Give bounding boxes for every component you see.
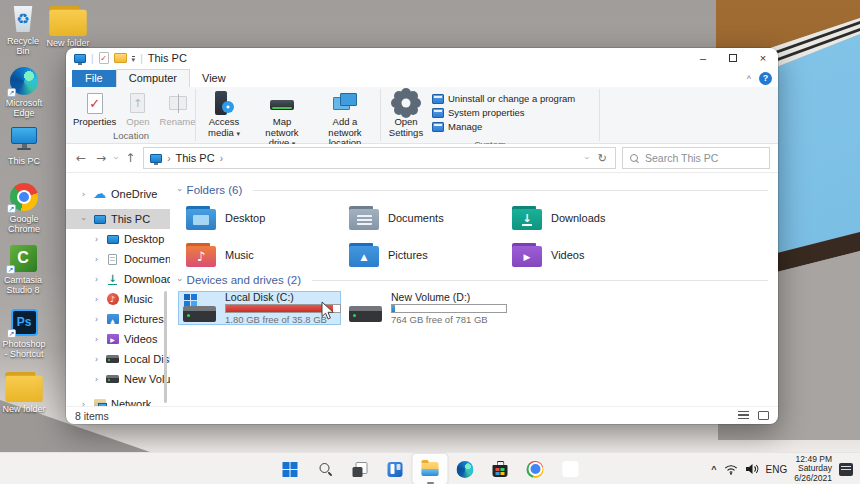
sidebar-item-new-volume-d[interactable]: › New Volume (D — [66, 369, 170, 389]
sidebar-item-local-disk-c[interactable]: › Local Disk (C:) — [66, 349, 170, 369]
collapse-ribbon-icon[interactable]: ^ — [747, 74, 751, 84]
expand-chevron-icon[interactable]: › — [92, 254, 101, 264]
sidebar-item-this-pc[interactable]: › This PC — [66, 209, 170, 229]
rename-button[interactable]: Rename — [155, 89, 201, 129]
drive-tile-local-disk-c[interactable]: Local Disk (C:) 1.80 GB free of 35.8 GB — [178, 291, 341, 325]
network-icon — [94, 399, 106, 406]
expand-chevron-icon[interactable]: › — [92, 294, 101, 304]
properties-quick-icon[interactable]: ✓ — [99, 52, 109, 64]
expand-chevron-icon[interactable]: › — [92, 274, 101, 284]
desktop-icon-photoshop[interactable]: Photoshop - Shortcut — [1, 307, 47, 359]
sidebar-item-downloads[interactable]: › ↓ Downloads — [66, 269, 170, 289]
search-input[interactable] — [645, 152, 762, 164]
task-view-button[interactable] — [343, 454, 378, 484]
sidebar-item-documents[interactable]: › Documents — [66, 249, 170, 269]
desktop-icon-microsoft-edge[interactable]: Microsoft Edge — [1, 66, 47, 118]
manage-button[interactable]: Manage — [432, 120, 575, 133]
uninstall-program-button[interactable]: Uninstall or change a program — [432, 92, 575, 105]
customize-toolbar-dropdown-icon[interactable]: ▾ — [132, 56, 136, 63]
system-properties-button[interactable]: System properties — [432, 106, 575, 119]
expand-chevron-icon[interactable]: › — [92, 234, 101, 244]
search-box[interactable] — [622, 147, 770, 169]
folder-tile-documents[interactable]: Documents — [341, 203, 504, 233]
desktop-icon-recycle-bin[interactable]: Recycle Bin — [0, 4, 46, 56]
help-icon[interactable]: ? — [759, 72, 772, 85]
sidebar-item-pictures[interactable]: › ▲ Pictures — [66, 309, 170, 329]
collapse-chevron-icon[interactable]: › — [79, 215, 89, 224]
map-network-drive-button[interactable]: Map network drive ▾ — [251, 89, 313, 151]
edge-icon — [457, 461, 474, 478]
expand-chevron-icon[interactable]: › — [79, 189, 88, 199]
maximize-button[interactable] — [718, 48, 748, 68]
expand-chevron-icon[interactable]: › — [92, 354, 101, 364]
tab-computer[interactable]: Computer — [116, 69, 190, 87]
refresh-icon[interactable]: ↻ — [596, 152, 609, 165]
store-button[interactable] — [483, 454, 518, 484]
group-header-devices-and-drives[interactable]: › Devices and drives (2) — [178, 274, 768, 286]
downloads-folder-icon: ↓ — [512, 206, 542, 230]
sidebar-item-network[interactable]: › Network — [66, 394, 170, 406]
sidebar-item-onedrive[interactable]: › ☁ OneDrive — [66, 184, 170, 204]
address-dropdown-icon[interactable]: › — [581, 157, 591, 160]
folder-tile-music[interactable]: ♪ Music — [178, 240, 341, 270]
large-icons-view-icon[interactable] — [758, 411, 769, 420]
this-pc-icon — [74, 54, 86, 63]
expand-chevron-icon[interactable]: › — [79, 399, 88, 406]
chrome-button[interactable] — [518, 454, 553, 484]
folder-tile-desktop[interactable]: Desktop — [178, 203, 341, 233]
language-indicator[interactable]: ENG — [766, 464, 788, 475]
folder-tile-downloads[interactable]: ↓ Downloads — [504, 203, 667, 233]
open-button[interactable]: ↑ Open — [121, 89, 154, 129]
up-button[interactable]: ↑ — [123, 151, 137, 165]
file-explorer-button[interactable] — [413, 454, 448, 484]
store-icon — [493, 465, 508, 477]
sidebar-item-music[interactable]: › ♪ Music — [66, 289, 170, 309]
desktop-icon-camtasia[interactable]: Camtasia Studio 8 — [0, 243, 46, 295]
volume-icon[interactable] — [745, 463, 759, 475]
desktop-icon-google-chrome[interactable]: Google Chrome — [1, 182, 47, 234]
forward-button[interactable]: → — [94, 151, 108, 165]
breadcrumb-chevron[interactable]: › — [220, 153, 223, 164]
sidebar-item-videos[interactable]: › ▶ Videos — [66, 329, 170, 349]
details-view-icon[interactable] — [738, 411, 749, 420]
sidebar-item-desktop[interactable]: › Desktop — [66, 229, 170, 249]
tab-view[interactable]: View — [190, 70, 238, 87]
sidebar-scrollbar[interactable] — [164, 291, 167, 403]
access-media-button[interactable]: Access media ▾ — [197, 89, 251, 140]
task-view-icon — [353, 462, 368, 477]
edge-button[interactable] — [448, 454, 483, 484]
folder-tile-pictures[interactable]: ▲ Pictures — [341, 240, 504, 270]
expand-chevron-icon[interactable]: › — [92, 334, 101, 344]
desktop-icon-this-pc[interactable]: This PC — [1, 124, 47, 166]
properties-button[interactable]: ✓ Properties — [68, 89, 121, 129]
desktop-icon-new-folder-2[interactable]: New folder — [1, 372, 47, 414]
collapse-chevron-icon[interactable]: › — [175, 188, 185, 192]
widgets-button[interactable] — [378, 454, 413, 484]
close-button[interactable]: × — [748, 48, 778, 68]
notification-center-icon[interactable] — [839, 463, 853, 476]
tab-file[interactable]: File — [72, 70, 116, 87]
camtasia-button[interactable] — [553, 454, 588, 484]
start-button[interactable] — [273, 454, 308, 484]
group-header-folders[interactable]: › Folders (6) — [178, 184, 768, 196]
open-settings-button[interactable]: Open Settings — [382, 89, 430, 139]
expand-chevron-icon[interactable]: › — [92, 314, 101, 324]
search-button[interactable] — [308, 454, 343, 484]
drive-tile-new-volume-d[interactable]: New Volume (D:) 764 GB free of 781 GB — [344, 291, 507, 325]
tray-expand-icon[interactable]: ^ — [711, 464, 716, 474]
minimize-button[interactable]: – — [688, 48, 718, 68]
back-button[interactable]: ← — [74, 151, 88, 165]
expand-chevron-icon[interactable]: › — [92, 374, 101, 384]
desktop-icon-new-folder-1[interactable]: New folder — [45, 6, 91, 48]
titlebar[interactable]: | ✓ ▾ | This PC – × — [66, 48, 778, 68]
folder-tile-videos[interactable]: ▶ Videos — [504, 240, 667, 270]
new-folder-quick-icon[interactable] — [114, 53, 127, 63]
wifi-icon[interactable] — [724, 464, 738, 475]
collapse-chevron-icon[interactable]: › — [175, 278, 185, 282]
address-bar[interactable]: › This PC › › ↻ — [143, 147, 616, 169]
clock[interactable]: 12:49 PM Saturday 6/26/2021 — [794, 455, 832, 484]
recent-locations-icon[interactable]: › — [111, 157, 121, 160]
add-network-location-button[interactable]: Add a network location — [313, 89, 377, 150]
onedrive-cloud-icon: ☁ — [93, 188, 106, 200]
breadcrumb-location[interactable]: This PC — [176, 152, 215, 164]
